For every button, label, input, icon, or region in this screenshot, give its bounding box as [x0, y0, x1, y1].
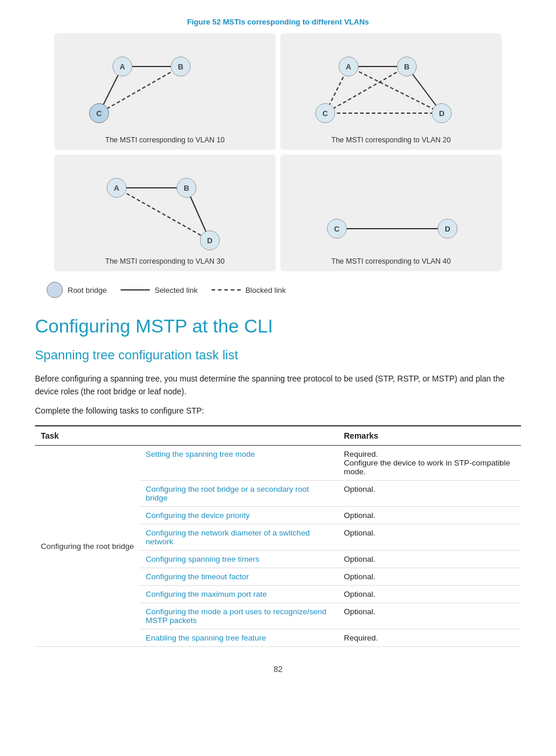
diagram-vlan20: A B C D The MSTI corresponding to VLAN 2…: [280, 33, 502, 150]
remarks-cell-1: Required.Configure the device to work in…: [338, 446, 521, 481]
col-remarks: Remarks: [338, 426, 521, 446]
task-link-6[interactable]: Configuring the timeout factor: [146, 572, 249, 581]
task-cell-4: Configuring the network diameter of a sw…: [140, 524, 338, 551]
task-cell-3: Configuring the device priority: [140, 507, 338, 524]
task-link-9[interactable]: Enabling the spanning tree feature: [146, 634, 266, 642]
legend-circle: [47, 282, 63, 298]
table-row: Configuring the root bridge Setting the …: [35, 446, 521, 481]
remarks-cell-7: Optional.: [338, 586, 521, 603]
task-cell-1: Setting the spanning tree mode: [140, 446, 338, 481]
legend-dashed-line: [212, 289, 241, 290]
remarks-cell-5: Optional.: [338, 551, 521, 568]
legend-root-bridge: Root bridge: [47, 282, 107, 298]
col-task-link: [140, 426, 338, 446]
svg-line-11: [117, 188, 210, 240]
diagram-vlan10: A B C The MSTI corresponding to VLAN 10: [54, 33, 276, 150]
main-title: Configuring MSTP at the CLI: [35, 316, 521, 337]
node-B2: B: [397, 57, 417, 76]
task-cell-6: Configuring the timeout factor: [140, 568, 338, 586]
caption-vlan30: The MSTI corresponding to VLAN 30: [54, 257, 276, 265]
node-A2: A: [339, 57, 358, 76]
task-link-3[interactable]: Configuring the device priority: [146, 511, 250, 520]
legend-blocked-link-label: Blocked link: [245, 286, 286, 295]
task-table: Task Remarks Configuring the root bridge…: [35, 425, 521, 647]
legend-selected-link-label: Selected link: [154, 286, 198, 295]
node-C4: C: [327, 219, 347, 239]
task-cell-5: Configuring spanning tree timers: [140, 551, 338, 568]
sub-title: Spanning tree configuration task list: [35, 348, 521, 363]
task-link-2[interactable]: Configuring the root bridge or a seconda…: [146, 485, 309, 502]
task-cell-7: Configuring the maximum port rate: [140, 586, 338, 603]
figure-title: Figure 52 MSTIs corresponding to differe…: [35, 18, 521, 26]
remarks-cell-3: Optional.: [338, 507, 521, 524]
node-A3: A: [107, 178, 126, 198]
row-span-cell: Configuring the root bridge: [35, 446, 140, 647]
task-cell-8: Configuring the mode a port uses to reco…: [140, 603, 338, 629]
node-C2: C: [315, 103, 335, 123]
diagram-vlan40: C D The MSTI corresponding to VLAN 40: [280, 155, 502, 271]
node-C: C: [89, 103, 109, 123]
legend-solid-line: [121, 289, 150, 290]
caption-vlan20: The MSTI corresponding to VLAN 20: [280, 136, 502, 144]
legend-root-bridge-label: Root bridge: [68, 286, 107, 295]
legend-row: Root bridge Selected link Blocked link: [47, 282, 521, 298]
task-cell-9: Enabling the spanning tree feature: [140, 629, 338, 647]
body-text-2: Complete the following tasks to configur…: [35, 404, 521, 417]
diagram-vlan30: A B D The MSTI corresponding to VLAN 30: [54, 155, 276, 271]
caption-vlan10: The MSTI corresponding to VLAN 10: [54, 136, 276, 144]
task-link-5[interactable]: Configuring spanning tree timers: [146, 555, 259, 564]
remarks-cell-8: Optional.: [338, 603, 521, 629]
caption-vlan40: The MSTI corresponding to VLAN 40: [280, 257, 502, 265]
task-link-1[interactable]: Setting the spanning tree mode: [146, 450, 255, 459]
node-B3: B: [177, 178, 196, 198]
remarks-cell-6: Optional.: [338, 568, 521, 586]
col-task: Task: [35, 426, 140, 446]
diagram-container: A B C The MSTI corresponding to VLAN 10 …: [35, 33, 521, 271]
node-B: B: [171, 57, 191, 76]
node-A: A: [112, 57, 132, 76]
remarks-cell-2: Optional.: [338, 481, 521, 507]
task-cell-2: Configuring the root bridge or a seconda…: [140, 481, 338, 507]
remarks-cell-9: Required.: [338, 629, 521, 647]
task-link-7[interactable]: Configuring the maximum port rate: [146, 590, 267, 598]
remarks-cell-4: Optional.: [338, 524, 521, 551]
legend-selected-link: Selected link: [121, 286, 198, 295]
node-D3: D: [200, 230, 220, 250]
node-D4: D: [438, 219, 458, 239]
task-link-8[interactable]: Configuring the mode a port uses to reco…: [146, 607, 326, 625]
legend-blocked-link: Blocked link: [212, 286, 286, 295]
body-text-1: Before configuring a spanning tree, you …: [35, 372, 521, 398]
page-number: 82: [35, 664, 521, 674]
task-link-4[interactable]: Configuring the network diameter of a sw…: [146, 528, 309, 546]
node-D2: D: [432, 103, 452, 123]
